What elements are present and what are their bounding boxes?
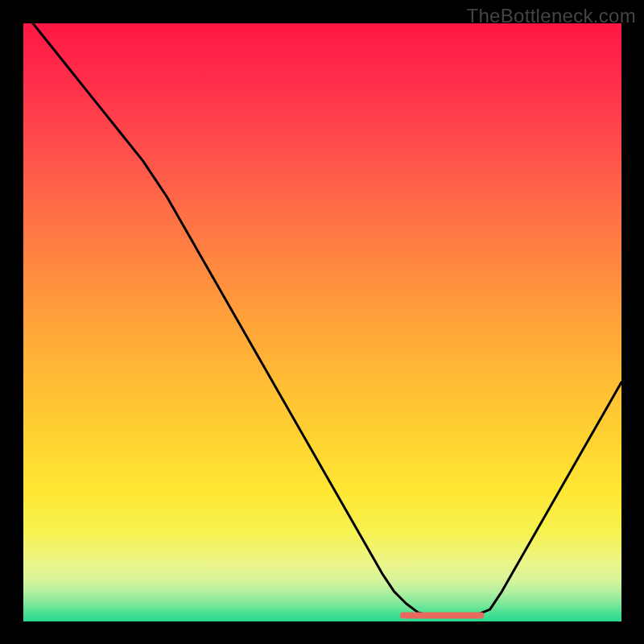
chart-container: TheBottleneck.com	[0, 0, 644, 644]
optimal-range-marker	[400, 613, 484, 619]
chart-plot-area	[23, 23, 621, 621]
watermark-text: TheBottleneck.com	[466, 5, 636, 27]
bottleneck-chart	[0, 0, 644, 644]
